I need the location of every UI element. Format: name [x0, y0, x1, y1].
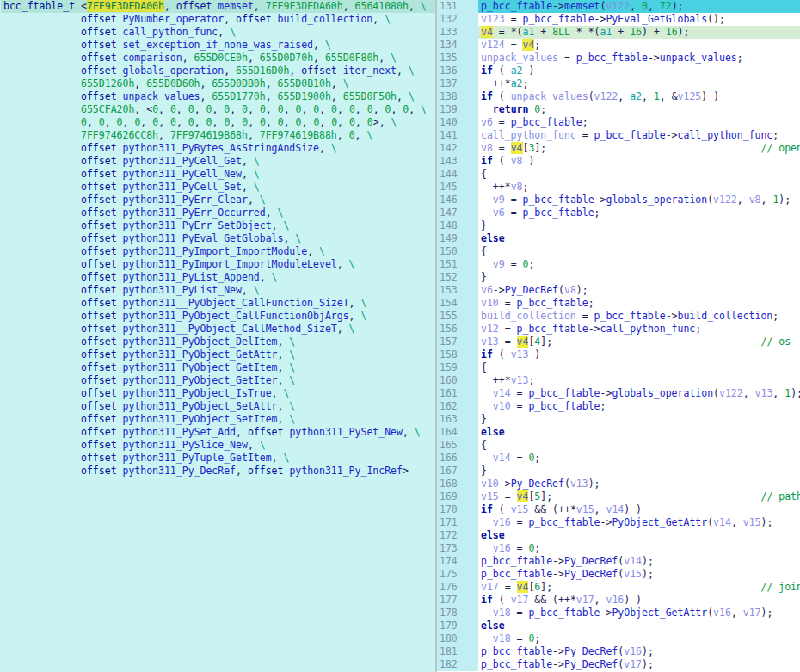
- disassembly-line[interactable]: offset python311_PyObject_GetItem, \: [1, 361, 435, 374]
- pseudocode-line[interactable]: 134v124 = v4;: [437, 39, 800, 52]
- disassembly-line[interactable]: offset python311_PyObject_GetIter, \: [1, 374, 435, 387]
- token[interactable]: v8: [564, 284, 576, 296]
- pseudocode-line[interactable]: 156v12 = p_bcc_ftable->call_python_func;: [437, 323, 800, 336]
- disassembly-pane[interactable]: bcc_ftable_t <7FF9F3DEDA00h, offset mems…: [0, 0, 435, 672]
- token[interactable]: memset: [218, 0, 254, 12]
- highlighted-token[interactable]: v4: [517, 581, 529, 593]
- token[interactable]: v13: [755, 387, 773, 399]
- pseudocode-line[interactable]: 143if ( v8 ): [437, 155, 800, 168]
- pseudocode-line[interactable]: 142v8 = v4[3]; // open: [437, 142, 800, 155]
- token[interactable]: v16: [493, 516, 511, 528]
- pseudocode-line[interactable]: 160 ++*v13;: [437, 374, 800, 387]
- token[interactable]: python311_PyCell_Get: [122, 155, 241, 167]
- token[interactable]: v14: [493, 452, 511, 464]
- token[interactable]: v15: [624, 568, 642, 580]
- disassembly-line[interactable]: offset globals_operation, 655D16D0h, off…: [1, 65, 435, 77]
- token[interactable]: v13: [570, 478, 588, 490]
- disassembly-line[interactable]: offset python311_PyList_Append, \: [1, 271, 435, 284]
- disassembly-line[interactable]: bcc_ftable_t <7FF9F3DEDA00h, offset mems…: [1, 0, 435, 13]
- token[interactable]: p_bcc_ftable: [511, 116, 582, 128]
- disassembly-line[interactable]: offset python311_PySet_Add, offset pytho…: [1, 426, 435, 439]
- pseudocode-line[interactable]: 174p_bcc_ftable->Py_DecRef(v14);: [437, 555, 800, 568]
- disassembly-line[interactable]: offset python311_PyCell_Set, \: [1, 181, 435, 194]
- token[interactable]: v9: [493, 194, 505, 206]
- disassembly-line[interactable]: offset python311_PyObject_SetAttr, \: [1, 400, 435, 413]
- pseudocode-line[interactable]: 140v6 = p_bcc_ftable;: [437, 116, 800, 129]
- pseudocode-line[interactable]: 148}: [437, 219, 800, 232]
- token[interactable]: v13: [481, 336, 499, 348]
- token[interactable]: Py_DecRef: [564, 555, 618, 567]
- pseudocode-line[interactable]: 147 v6 = p_bcc_ftable;: [437, 207, 800, 219]
- token[interactable]: python311_PyCell_Set: [122, 181, 241, 193]
- token[interactable]: python311_PyImport_ImportModuleLevel: [122, 258, 336, 270]
- disassembly-line[interactable]: offset python311_PyObject_DelItem, \: [1, 336, 435, 348]
- disassembly-line[interactable]: offset python311_PyEval_GetGlobals, \: [1, 232, 435, 245]
- token[interactable]: v8: [749, 194, 761, 206]
- pseudocode-line[interactable]: 177if ( v17 && (++*v17, v16) ): [437, 594, 800, 607]
- token[interactable]: v13: [511, 348, 529, 361]
- pseudocode-line[interactable]: 173 v16 = 0;: [437, 542, 800, 555]
- pseudocode-line[interactable]: 159{: [437, 361, 800, 374]
- token[interactable]: python311_PyObject_CallFunctionObjArgs: [122, 310, 348, 322]
- pseudocode-line[interactable]: 154v10 = p_bcc_ftable;: [437, 297, 800, 310]
- token[interactable]: Py_DecRef: [505, 284, 558, 296]
- token[interactable]: call_python_func: [481, 129, 576, 141]
- pseudocode-line[interactable]: 168v10->Py_DecRef(v13);: [437, 478, 800, 490]
- pseudocode-line[interactable]: 131p_bcc_ftable->memset(v122, 0, 72);: [437, 0, 800, 13]
- pseudocode-line[interactable]: 172else: [437, 529, 800, 542]
- token[interactable]: PyObject_GetAttr: [612, 607, 707, 619]
- token[interactable]: python311_PyObject_GetItem: [122, 361, 277, 373]
- pseudocode-line[interactable]: 146 v9 = p_bcc_ftable->globals_operation…: [437, 194, 800, 207]
- token[interactable]: v8: [511, 181, 523, 193]
- token[interactable]: call_python_func: [678, 129, 773, 141]
- pseudocode-line[interactable]: 158if ( v13 ): [437, 348, 800, 361]
- token[interactable]: build_collection: [678, 310, 773, 322]
- token[interactable]: python311_PyCell_New: [122, 168, 241, 180]
- token[interactable]: v124: [481, 39, 505, 51]
- token[interactable]: PyEval_GetGlobals: [606, 13, 707, 25]
- token[interactable]: p_bcc_ftable: [594, 129, 666, 141]
- token[interactable]: comparison: [122, 52, 182, 64]
- token[interactable]: v6: [481, 116, 493, 128]
- highlighted-token[interactable]: 7FF9F3DEDA00h: [87, 0, 164, 12]
- pseudocode-line[interactable]: 171 v16 = p_bcc_ftable->PyObject_GetAttr…: [437, 516, 800, 529]
- highlighted-token[interactable]: v4: [522, 39, 534, 51]
- token[interactable]: a2: [511, 65, 523, 77]
- pseudocode-line[interactable]: 155build_collection = p_bcc_ftable->buil…: [437, 310, 800, 323]
- token[interactable]: python311_PyObject_GetAttr: [122, 348, 277, 361]
- pseudocode-line[interactable]: 169v15 = v4[5]; // path: [437, 490, 800, 503]
- highlighted-token[interactable]: v4: [517, 336, 529, 348]
- token[interactable]: v17: [743, 607, 761, 619]
- token[interactable]: globals_operation: [122, 65, 224, 77]
- token[interactable]: v15: [511, 503, 529, 515]
- token[interactable]: python311_PyImport_ImportModule: [122, 245, 307, 257]
- disassembly-line[interactable]: 0, 0, 0, 0, 0, 0, 0, 0, 0, 0, 0, 0, 0, 0…: [1, 116, 435, 129]
- pseudocode-line[interactable]: 137 ++*a2;: [437, 77, 800, 90]
- disassembly-line[interactable]: offset python311_PyList_New, \: [1, 284, 435, 297]
- disassembly-line[interactable]: offset python311_PyObject_SetItem, \: [1, 413, 435, 426]
- token[interactable]: v10: [493, 400, 511, 412]
- disassembly-line[interactable]: offset call_python_func, \: [1, 26, 435, 39]
- pseudocode-line[interactable]: 178 v18 = p_bcc_ftable->PyObject_GetAttr…: [437, 607, 800, 620]
- token[interactable]: v17: [576, 594, 594, 606]
- token[interactable]: unpack_values: [122, 90, 200, 102]
- pseudocode-line[interactable]: 132v123 = p_bcc_ftable->PyEval_GetGlobal…: [437, 13, 800, 26]
- token[interactable]: v8: [511, 155, 523, 167]
- disassembly-line[interactable]: offset python311_PyBytes_AsStringAndSize…: [1, 142, 435, 155]
- token[interactable]: python311_PyList_New: [122, 284, 241, 296]
- token[interactable]: p_bcc_ftable: [481, 658, 552, 670]
- disassembly-line[interactable]: offset python311_PyImport_ImportModule, …: [1, 245, 435, 258]
- pseudocode-line[interactable]: 176v17 = v4[6]; // join: [437, 581, 800, 594]
- pseudocode-line[interactable]: 144{: [437, 168, 800, 181]
- token[interactable]: p_bcc_ftable: [481, 0, 552, 12]
- token[interactable]: v17: [481, 581, 499, 593]
- token[interactable]: p_bcc_ftable: [517, 297, 588, 309]
- pseudocode-line[interactable]: 157v13 = v4[4]; // os: [437, 336, 800, 348]
- token[interactable]: a2: [511, 77, 523, 89]
- token[interactable]: v17: [511, 594, 529, 606]
- token[interactable]: memset: [564, 0, 600, 12]
- token[interactable]: p_bcc_ftable: [528, 516, 600, 528]
- pseudocode-line[interactable]: 179else: [437, 620, 800, 632]
- token[interactable]: p_bcc_ftable: [481, 645, 552, 657]
- token[interactable]: unpack_values: [660, 52, 737, 64]
